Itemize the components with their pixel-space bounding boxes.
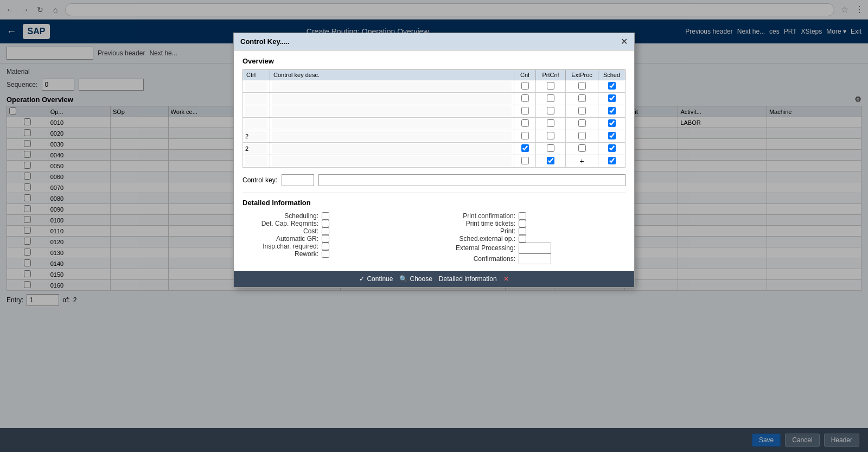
sched-cell-3 [598,118,626,130]
cnf-checkbox-5[interactable] [521,144,529,152]
ctrl-input-6[interactable] [245,156,267,166]
detailed-information-button[interactable]: Detailed information [439,275,497,283]
detail-right-col: Print confirmation: Print time tickets: … [439,212,626,264]
prtcnf-checkbox-3[interactable] [547,119,554,127]
sched-checkbox-5[interactable] [608,144,616,152]
insp-char-checkbox[interactable] [322,243,329,250]
print-checkbox[interactable] [519,227,526,235]
modal-col-cnf: Cnf [514,70,536,80]
prtcnf-checkbox-1[interactable] [547,94,554,102]
control-key-modal: Control Key..... ✕ Overview Ctrl Control… [233,33,635,288]
auto-gr-checkbox[interactable] [322,235,329,243]
desc-input-1[interactable] [272,94,512,104]
det-cap-label: Det. Cap. Reqmnts: [242,220,318,227]
prtcnf-cell-0 [536,80,566,93]
external-processing-field: External Processing: [439,243,626,253]
confirmations-input[interactable] [519,253,551,264]
extproc-checkbox-2[interactable] [578,107,586,114]
modal-footer-close-button[interactable]: ✕ [503,275,509,283]
sched-checkbox-3[interactable] [608,119,616,127]
prtcnf-checkbox-5[interactable] [547,144,554,152]
prtcnf-checkbox-0[interactable] [547,82,554,90]
control-key-input[interactable] [282,174,314,186]
cnf-checkbox-0[interactable] [521,82,529,90]
desc-input-2[interactable] [272,106,512,116]
prtcnf-cell-2 [536,105,566,118]
ctrl-input-5[interactable] [245,144,267,154]
check-icon: ✓ [359,275,365,283]
prtcnf-cell-5 [536,143,566,155]
det-cap-checkbox[interactable] [322,220,329,227]
control-key-desc-input[interactable] [318,174,626,186]
prtcnf-checkbox-2[interactable] [547,107,554,114]
extproc-checkbox-4[interactable] [578,132,586,139]
external-processing-input[interactable] [519,243,551,253]
extproc-cell-5 [566,143,598,155]
print-label: Print: [439,227,515,235]
desc-input-6[interactable] [272,156,512,166]
sched-cell-6 [598,155,626,168]
extproc-cell-3 [566,118,598,130]
modal-col-ctrl: Ctrl [243,70,270,80]
ctrl-input-0[interactable] [245,81,267,91]
continue-button[interactable]: ✓ Continue [359,275,393,283]
modal-header: Control Key..... ✕ [234,33,634,50]
ctrl-input-3[interactable] [245,119,267,129]
sched-checkbox-0[interactable] [608,82,616,90]
plus-cell-6: + [566,155,598,168]
rework-checkbox[interactable] [322,250,329,258]
desc-input-5[interactable] [272,144,512,154]
ctrl-input-2[interactable] [245,106,267,116]
prtcnf-checkbox-4[interactable] [547,132,554,139]
extproc-cell-0 [566,80,598,93]
ctrl-input-1[interactable] [245,94,267,104]
extproc-checkbox-5[interactable] [578,144,586,152]
sched-cell-2 [598,105,626,118]
scheduling-checkbox[interactable] [322,212,329,220]
modal-overlay: Control Key..... ✕ Overview Ctrl Control… [0,0,868,452]
extproc-checkbox-3[interactable] [578,119,586,127]
extproc-cell-2 [566,105,598,118]
sched-checkbox-6[interactable] [608,157,616,164]
sched-external-field: Sched.external op.: [439,235,626,243]
print-time-tickets-label: Print time tickets: [439,220,515,227]
sched-cell-1 [598,93,626,105]
desc-input-4[interactable] [272,131,512,141]
desc-input-0[interactable] [272,81,512,91]
modal-table-row [243,93,626,105]
cnf-checkbox-2[interactable] [521,107,529,114]
extproc-checkbox-0[interactable] [578,82,586,90]
rework-label: Rework: [242,250,318,258]
prtcnf-checkbox-6[interactable] [547,157,554,164]
cnf-checkbox-6[interactable] [521,157,529,164]
prtcnf-cell-3 [536,118,566,130]
insp-char-field: Insp.char. required: [242,243,429,250]
sched-checkbox-1[interactable] [608,94,616,102]
modal-table-row [243,80,626,93]
ctrl-input-4[interactable] [245,131,267,141]
cnf-cell-5 [514,143,536,155]
desc-input-3[interactable] [272,119,512,129]
sap-app: ← SAP Create Routing: Operation Overview… [0,20,868,452]
prtcnf-cell-4 [536,130,566,143]
cnf-cell-1 [514,93,536,105]
extproc-checkbox-1[interactable] [578,94,586,102]
cnf-checkbox-4[interactable] [521,132,529,139]
choose-button[interactable]: 🔍 Choose [399,275,432,283]
cnf-checkbox-1[interactable] [521,94,529,102]
print-confirmation-checkbox[interactable] [519,212,526,220]
cnf-checkbox-3[interactable] [521,119,529,127]
modal-footer: ✓ Continue 🔍 Choose Detailed information… [234,271,634,287]
sched-checkbox-4[interactable] [608,132,616,139]
detail-left-col: Scheduling: Det. Cap. Reqmnts: Cost: [242,212,429,264]
cost-checkbox[interactable] [322,227,329,235]
print-field: Print: [439,227,626,235]
modal-close-button[interactable]: ✕ [621,36,628,47]
ctrl-cell-5 [243,143,270,155]
sched-external-checkbox[interactable] [519,235,526,243]
print-time-tickets-checkbox[interactable] [519,220,526,227]
cost-field: Cost: [242,227,429,235]
cnf-cell-3 [514,118,536,130]
prtcnf-cell-1 [536,93,566,105]
sched-checkbox-2[interactable] [608,107,616,114]
